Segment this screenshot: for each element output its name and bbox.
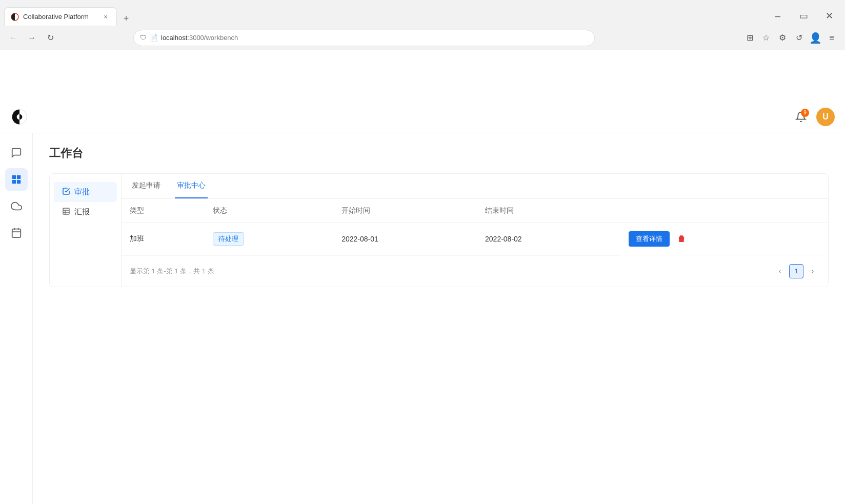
approval-table: 类型 状态 开始时间 结束时间 bbox=[122, 199, 828, 256]
cell-status: 待处理 bbox=[205, 223, 333, 256]
cell-start-time: 2022-08-01 bbox=[333, 223, 477, 256]
card-sidebar-item-report[interactable]: 汇报 bbox=[54, 202, 117, 222]
card-sidebar-approval-label: 审批 bbox=[74, 187, 90, 197]
reload-button[interactable]: ↻ bbox=[43, 31, 57, 45]
browser-tab[interactable]: Collaborative Platform × bbox=[4, 7, 117, 26]
back-button[interactable]: ← bbox=[6, 31, 21, 45]
tab-title: Collaborative Platform bbox=[23, 13, 97, 21]
sidebar-item-cloud[interactable] bbox=[5, 195, 28, 217]
profile-button[interactable]: 👤 bbox=[808, 31, 822, 45]
new-tab-button[interactable]: + bbox=[119, 11, 133, 26]
extensions-button[interactable]: ⊞ bbox=[742, 31, 757, 45]
page-1-button[interactable]: 1 bbox=[789, 264, 803, 278]
status-badge: 待处理 bbox=[213, 232, 244, 246]
approval-icon bbox=[62, 187, 70, 197]
col-header-start: 开始时间 bbox=[333, 199, 477, 223]
tab-nav: 发起申请 审批中心 bbox=[122, 174, 828, 199]
app-logo bbox=[10, 107, 31, 127]
main-card: 审批 bbox=[49, 173, 829, 287]
close-window-button[interactable]: ✕ bbox=[817, 6, 841, 26]
table-container: 类型 状态 开始时间 结束时间 bbox=[122, 199, 828, 256]
page-title: 工作台 bbox=[49, 146, 829, 161]
cell-end-time: 2022-08-02 bbox=[477, 223, 620, 256]
svg-rect-5 bbox=[16, 180, 20, 184]
col-header-type: 类型 bbox=[122, 199, 205, 223]
tab-content: 发起申请 审批中心 类型 状态 bbox=[122, 174, 828, 287]
bookmark-button[interactable]: ☆ bbox=[759, 31, 773, 45]
sidebar-item-chat[interactable] bbox=[5, 142, 28, 164]
card-sidebar: 审批 bbox=[50, 174, 122, 287]
url-domain: localhost bbox=[161, 34, 187, 42]
app-header: 9 U bbox=[0, 100, 845, 133]
cell-actions: 查看详情 bbox=[620, 223, 828, 255]
notification-button[interactable]: 9 bbox=[792, 108, 810, 126]
sidebar-item-workbench[interactable] bbox=[5, 168, 28, 191]
pagination: 显示第 1 条-第 1 条，共 1 条 ‹ 1 › bbox=[122, 256, 828, 287]
svg-rect-14 bbox=[680, 235, 683, 236]
main-content: 工作台 bbox=[33, 133, 845, 504]
detail-button[interactable]: 查看详情 bbox=[629, 231, 670, 247]
col-header-end: 结束时间 bbox=[477, 199, 620, 223]
address-bar[interactable]: 🛡 📄 localhost:3000/workbench bbox=[133, 30, 595, 46]
svg-rect-10 bbox=[63, 208, 69, 214]
pagination-summary: 显示第 1 条-第 1 条，共 1 条 bbox=[130, 267, 214, 276]
next-page-button[interactable]: › bbox=[806, 264, 820, 278]
report-icon bbox=[62, 207, 70, 217]
tab-close-button[interactable]: × bbox=[101, 12, 110, 22]
minimize-button[interactable]: – bbox=[766, 6, 790, 26]
url-text: localhost:3000/workbench bbox=[161, 34, 588, 42]
card-sidebar-item-approval[interactable]: 审批 bbox=[54, 182, 117, 202]
avatar[interactable]: U bbox=[816, 108, 835, 126]
header-right: 9 U bbox=[792, 108, 835, 126]
page-icon: 📄 bbox=[150, 34, 158, 42]
forward-button[interactable]: → bbox=[25, 31, 39, 45]
svg-rect-2 bbox=[12, 175, 15, 179]
settings-button[interactable]: ⚙ bbox=[775, 31, 790, 45]
pagination-controls: ‹ 1 › bbox=[773, 264, 820, 278]
svg-rect-3 bbox=[16, 175, 20, 179]
sidebar bbox=[0, 133, 33, 504]
tab-center[interactable]: 审批中心 bbox=[175, 174, 208, 198]
table-row: 加班 待处理 2022-08-01 2022-08-02 查看详情 bbox=[122, 223, 828, 256]
security-icon: 🛡 bbox=[140, 34, 147, 42]
card-sidebar-report-label: 汇报 bbox=[74, 207, 90, 217]
svg-rect-6 bbox=[12, 229, 21, 238]
tab-favicon-icon bbox=[11, 13, 19, 21]
history-button[interactable]: ↺ bbox=[792, 31, 806, 45]
col-header-actions bbox=[620, 199, 828, 223]
col-header-status: 状态 bbox=[205, 199, 333, 223]
delete-button[interactable] bbox=[674, 231, 689, 247]
svg-rect-4 bbox=[12, 180, 15, 184]
menu-button[interactable]: ≡ bbox=[824, 31, 839, 45]
sidebar-item-calendar[interactable] bbox=[5, 221, 28, 244]
tab-initiate[interactable]: 发起申请 bbox=[130, 174, 163, 198]
cell-type: 加班 bbox=[122, 223, 205, 256]
prev-page-button[interactable]: ‹ bbox=[773, 264, 787, 278]
notification-badge: 9 bbox=[801, 109, 809, 117]
maximize-button[interactable]: ▭ bbox=[792, 6, 815, 26]
